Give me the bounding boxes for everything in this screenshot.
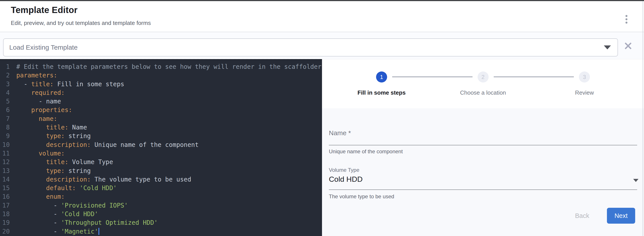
code-line[interactable]: 19 - 'Throughput Optimized HDD' bbox=[0, 218, 322, 227]
line-number: 16 bbox=[0, 192, 10, 201]
line-number: 11 bbox=[0, 149, 10, 158]
line-number: 5 bbox=[0, 97, 10, 106]
step-form-section: Unique name of the component Volume Type… bbox=[322, 108, 644, 236]
volume-type-value: Cold HDD bbox=[329, 175, 362, 184]
code-line[interactable]: 7 name: bbox=[0, 114, 322, 123]
line-number: 19 bbox=[0, 218, 10, 227]
code-line[interactable]: 11 volume: bbox=[0, 149, 322, 158]
stepper-step-3[interactable]: 3Review bbox=[534, 59, 635, 108]
code-text: volume: bbox=[16, 149, 65, 158]
code-line[interactable]: 12 title: Volume Type bbox=[0, 158, 322, 166]
code-text: - 'Cold HDD' bbox=[16, 210, 98, 218]
line-number: 17 bbox=[0, 201, 10, 210]
load-existing-template-input[interactable] bbox=[4, 44, 604, 51]
code-line[interactable]: 17 - 'Provisioned IOPS' bbox=[0, 201, 322, 210]
code-line[interactable]: 14 description: The volume type to be us… bbox=[0, 175, 322, 184]
more-options-kebab-icon[interactable] bbox=[621, 12, 632, 26]
dropdown-caret-icon bbox=[633, 179, 638, 182]
code-text: name: bbox=[16, 114, 57, 123]
code-line[interactable]: 9 type: string bbox=[0, 132, 322, 140]
stepper-connector bbox=[392, 76, 472, 77]
code-line[interactable]: 4 required: bbox=[0, 88, 322, 97]
stepper-connector bbox=[494, 76, 574, 77]
code-line[interactable]: 10 description: Unique name of the compo… bbox=[0, 141, 322, 149]
line-number: 8 bbox=[0, 123, 10, 132]
code-line[interactable]: 2parameters: bbox=[0, 71, 322, 80]
line-number: 18 bbox=[0, 210, 10, 218]
code-text: properties: bbox=[16, 106, 72, 114]
back-button[interactable]: Back bbox=[575, 208, 589, 224]
page-subtitle: Edit, preview, and try out templates and… bbox=[11, 20, 151, 26]
code-line[interactable]: 15 default: 'Cold HDD' bbox=[0, 184, 322, 192]
code-text: - title: Fill in some steps bbox=[16, 80, 124, 88]
line-number: 14 bbox=[0, 175, 10, 184]
step-circle: 2 bbox=[478, 71, 489, 82]
line-number: 10 bbox=[0, 141, 10, 149]
name-field-underline bbox=[329, 145, 637, 145]
name-field-helper: Unique name of the component bbox=[329, 148, 403, 155]
code-text: title: Name bbox=[16, 123, 87, 132]
page-header: Template Editor Edit, preview, and try o… bbox=[0, 1, 644, 32]
step-label: Fill in some steps bbox=[358, 89, 406, 96]
code-text: description: The volume type to be used bbox=[16, 175, 191, 184]
line-number: 20 bbox=[0, 227, 10, 236]
load-existing-template-select[interactable] bbox=[3, 38, 618, 56]
code-line[interactable]: 13 type: string bbox=[0, 167, 322, 175]
code-line[interactable]: 8 title: Name bbox=[0, 123, 322, 132]
code-text: description: Unique name of the componen… bbox=[16, 141, 199, 149]
code-text: parameters: bbox=[16, 71, 57, 80]
volume-type-label: Volume Type bbox=[329, 167, 359, 173]
template-editor-page: Template Editor Edit, preview, and try o… bbox=[0, 0, 644, 236]
dropdown-caret-icon[interactable] bbox=[604, 45, 611, 49]
code-line[interactable]: 1# Edit the template parameters below to… bbox=[0, 62, 322, 71]
code-line[interactable]: 5 - name bbox=[0, 97, 322, 106]
stepper: 1Fill in some steps2Choose a location3Re… bbox=[322, 59, 644, 108]
close-icon[interactable] bbox=[622, 40, 634, 52]
step-label: Choose a location bbox=[460, 89, 506, 96]
code-line[interactable]: 18 - 'Cold HDD' bbox=[0, 210, 322, 218]
line-number: 4 bbox=[0, 88, 10, 97]
code-text: required: bbox=[16, 88, 65, 97]
line-number: 13 bbox=[0, 167, 10, 175]
volume-field-underline bbox=[329, 190, 637, 190]
line-number: 9 bbox=[0, 132, 10, 140]
code-text: enum: bbox=[16, 192, 65, 201]
code-text: - 'Throughput Optimized HDD' bbox=[16, 218, 158, 227]
name-field[interactable] bbox=[329, 129, 636, 137]
yaml-code-editor[interactable]: 1# Edit the template parameters below to… bbox=[0, 59, 322, 236]
kebab-dot bbox=[626, 15, 628, 17]
code-text: - 'Magnetic' bbox=[16, 227, 99, 236]
line-number: 15 bbox=[0, 184, 10, 192]
line-number: 2 bbox=[0, 71, 10, 80]
code-text: type: string bbox=[16, 167, 91, 175]
page-title: Template Editor bbox=[11, 5, 78, 15]
code-text: # Edit the template parameters below to … bbox=[16, 62, 321, 71]
kebab-dot bbox=[626, 22, 628, 23]
kebab-dot bbox=[626, 18, 628, 20]
code-text: default: 'Cold HDD' bbox=[16, 184, 117, 192]
line-number: 3 bbox=[0, 80, 10, 88]
code-text: title: Volume Type bbox=[16, 158, 113, 166]
line-number: 7 bbox=[0, 114, 10, 123]
stepper-step-1[interactable]: 1Fill in some steps bbox=[331, 59, 432, 108]
code-editor-lines: 1# Edit the template parameters below to… bbox=[0, 62, 322, 236]
volume-field-helper: The volume type to be used bbox=[329, 194, 394, 200]
line-number: 1 bbox=[0, 62, 10, 71]
template-loader-row bbox=[0, 33, 644, 59]
template-preview-panel: 1Fill in some steps2Choose a location3Re… bbox=[322, 59, 644, 236]
scrollbar-edge-line bbox=[643, 1, 643, 236]
code-line[interactable]: 16 enum: bbox=[0, 192, 322, 201]
code-line[interactable]: 6 properties: bbox=[0, 106, 322, 114]
step-circle: 3 bbox=[579, 71, 590, 82]
volume-type-select[interactable]: Cold HDD bbox=[329, 175, 637, 187]
step-label: Review bbox=[575, 89, 594, 96]
code-line[interactable]: 3 - title: Fill in some steps bbox=[0, 80, 322, 88]
code-line[interactable]: 20 - 'Magnetic' bbox=[0, 227, 322, 236]
code-text: - 'Provisioned IOPS' bbox=[16, 201, 128, 210]
stepper-step-2[interactable]: 2Choose a location bbox=[432, 59, 534, 108]
next-button[interactable]: Next bbox=[607, 208, 635, 224]
line-number: 12 bbox=[0, 158, 10, 166]
code-text: - name bbox=[16, 97, 61, 106]
line-number: 6 bbox=[0, 106, 10, 114]
code-text: type: string bbox=[16, 132, 91, 140]
